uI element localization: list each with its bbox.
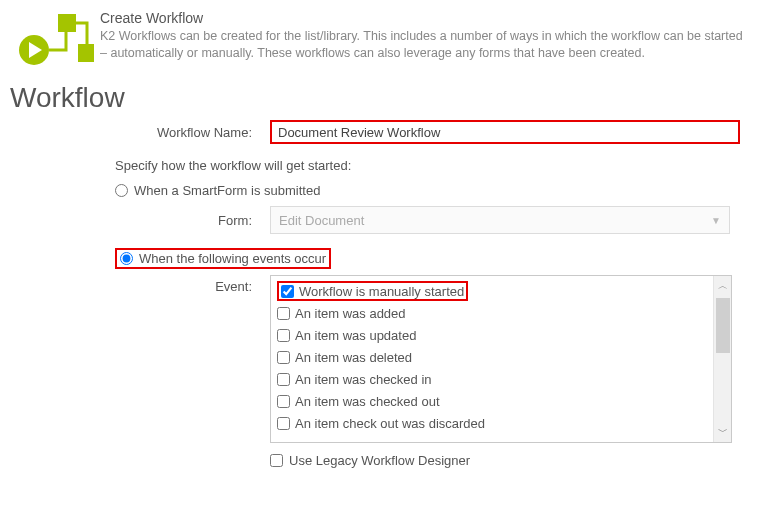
event-item-label: An item was checked out (295, 394, 440, 409)
event-checkbox[interactable] (277, 395, 290, 408)
form-dropdown[interactable]: Edit Document ▼ (270, 206, 730, 234)
event-item[interactable]: An item was checked in (277, 368, 707, 390)
form-dropdown-value: Edit Document (279, 213, 364, 228)
event-item[interactable]: An item was deleted (277, 346, 707, 368)
specify-label: Specify how the workflow will get starte… (115, 158, 742, 173)
form-label: Form: (115, 213, 270, 228)
legacy-checkbox[interactable] (270, 454, 283, 467)
header: Create Workflow K2 Workflows can be crea… (0, 0, 762, 70)
scroll-up-icon[interactable]: ︿ (718, 276, 728, 296)
radio-events-label: When the following events occur (139, 251, 326, 266)
event-item-label: An item was deleted (295, 350, 412, 365)
event-item[interactable]: An item was added (277, 302, 707, 324)
radio-events[interactable] (120, 252, 133, 265)
events-listbox: Workflow is manually startedAn item was … (270, 275, 732, 443)
header-title: Create Workflow (100, 10, 752, 26)
scroll-down-icon[interactable]: ﹀ (718, 422, 728, 442)
event-checkbox[interactable] (281, 285, 294, 298)
legacy-label: Use Legacy Workflow Designer (289, 453, 470, 468)
event-item-label: An item check out was discarded (295, 416, 485, 431)
radio-events-row[interactable]: When the following events occur (115, 248, 331, 269)
event-item[interactable]: Workflow is manually started (277, 280, 707, 302)
header-description: K2 Workflows can be created for the list… (100, 28, 752, 62)
event-item-label: An item was updated (295, 328, 416, 343)
event-checkbox[interactable] (277, 329, 290, 342)
workflow-icon (10, 8, 100, 70)
event-checkbox[interactable] (277, 373, 290, 386)
event-item[interactable]: An item was checked out (277, 390, 707, 412)
workflow-name-label: Workflow Name: (115, 125, 270, 140)
section-title: Workflow (0, 70, 762, 120)
event-checkbox[interactable] (277, 417, 290, 430)
event-item[interactable]: An item was updated (277, 324, 707, 346)
event-checkbox[interactable] (277, 307, 290, 320)
radio-smartform-label: When a SmartForm is submitted (134, 183, 320, 198)
radio-smartform[interactable] (115, 184, 128, 197)
workflow-name-input[interactable] (270, 120, 740, 144)
legacy-row[interactable]: Use Legacy Workflow Designer (270, 453, 742, 468)
event-label: Event: (115, 275, 270, 294)
scroll-thumb[interactable] (716, 298, 730, 353)
chevron-down-icon: ▼ (711, 215, 721, 226)
event-item-label: Workflow is manually started (299, 284, 464, 299)
scrollbar[interactable]: ︿ ﹀ (713, 276, 731, 442)
event-item[interactable]: An item check out was discarded (277, 412, 707, 434)
svg-rect-3 (78, 44, 94, 62)
event-checkbox[interactable] (277, 351, 290, 364)
event-item-label: An item was checked in (295, 372, 432, 387)
svg-rect-2 (58, 14, 76, 32)
event-item-label: An item was added (295, 306, 406, 321)
radio-smartform-row[interactable]: When a SmartForm is submitted (115, 183, 742, 198)
